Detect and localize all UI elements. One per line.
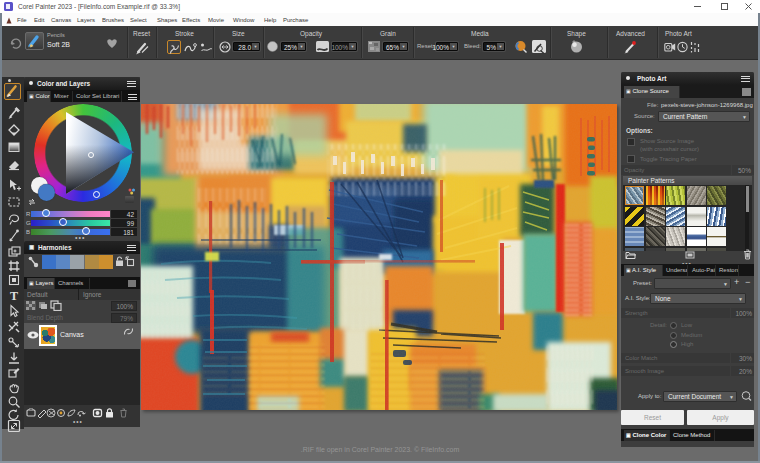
svg-text:T: T (10, 289, 18, 303)
